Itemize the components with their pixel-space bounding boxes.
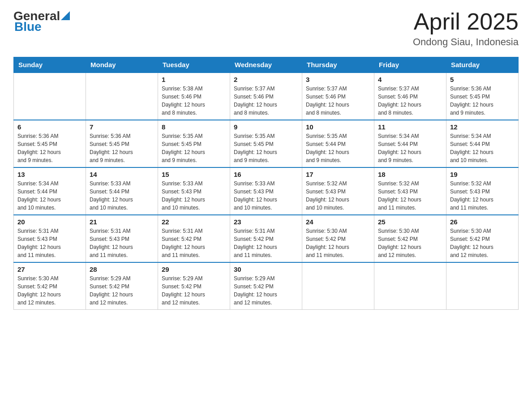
day-info: Sunrise: 5:33 AMSunset: 5:43 PMDaylight:… [234,180,298,212]
day-number: 10 [306,123,370,131]
day-number: 1 [162,76,226,83]
day-number: 9 [234,123,298,131]
month-title: April 2025 [413,9,519,34]
day-info: Sunrise: 5:31 AMSunset: 5:42 PMDaylight:… [234,227,298,259]
svg-marker-0 [61,11,70,20]
week-row-1: 1Sunrise: 5:38 AMSunset: 5:46 PMDaylight… [14,73,519,120]
day-info: Sunrise: 5:35 AMSunset: 5:44 PMDaylight:… [306,132,370,164]
col-header-sunday: Sunday [14,57,86,73]
day-info: Sunrise: 5:34 AMSunset: 5:44 PMDaylight:… [378,132,442,164]
day-number: 23 [234,218,298,226]
calendar-cell: 27Sunrise: 5:30 AMSunset: 5:42 PMDayligh… [14,262,86,310]
calendar-cell: 25Sunrise: 5:30 AMSunset: 5:42 PMDayligh… [374,215,446,262]
day-number: 11 [378,123,442,131]
calendar-cell: 14Sunrise: 5:33 AMSunset: 5:44 PMDayligh… [86,167,158,215]
page-header: General Blue April 2025 Ondong Siau, Ind… [13,9,519,48]
day-info: Sunrise: 5:36 AMSunset: 5:45 PMDaylight:… [450,85,515,117]
day-info: Sunrise: 5:30 AMSunset: 5:42 PMDaylight:… [378,227,442,259]
day-number: 19 [450,171,515,178]
day-number: 28 [90,265,154,273]
calendar-cell: 22Sunrise: 5:31 AMSunset: 5:42 PMDayligh… [158,215,230,262]
calendar-cell: 7Sunrise: 5:36 AMSunset: 5:45 PMDaylight… [86,120,158,167]
calendar-cell: 2Sunrise: 5:37 AMSunset: 5:46 PMDaylight… [230,73,302,120]
day-number: 12 [450,123,515,131]
col-header-friday: Friday [374,57,446,73]
title-area: April 2025 Ondong Siau, Indonesia [413,9,519,48]
calendar-cell: 3Sunrise: 5:37 AMSunset: 5:46 PMDaylight… [302,73,374,120]
day-info: Sunrise: 5:37 AMSunset: 5:46 PMDaylight:… [306,85,370,117]
location-subtitle: Ondong Siau, Indonesia [413,36,519,48]
day-number: 22 [162,218,226,226]
calendar-cell: 5Sunrise: 5:36 AMSunset: 5:45 PMDaylight… [446,73,519,120]
day-info: Sunrise: 5:37 AMSunset: 5:46 PMDaylight:… [234,85,298,117]
day-number: 5 [450,76,515,83]
calendar-cell: 1Sunrise: 5:38 AMSunset: 5:46 PMDaylight… [158,73,230,120]
day-info: Sunrise: 5:30 AMSunset: 5:42 PMDaylight:… [17,274,82,307]
day-number: 14 [90,171,154,178]
week-row-5: 27Sunrise: 5:30 AMSunset: 5:42 PMDayligh… [14,262,519,310]
day-number: 27 [17,265,82,273]
day-number: 26 [450,218,515,226]
day-info: Sunrise: 5:30 AMSunset: 5:42 PMDaylight:… [306,227,370,259]
calendar-cell: 13Sunrise: 5:34 AMSunset: 5:44 PMDayligh… [14,167,86,215]
day-number: 13 [17,171,82,178]
day-number: 15 [162,171,226,178]
calendar-cell: 12Sunrise: 5:34 AMSunset: 5:44 PMDayligh… [446,120,519,167]
col-header-saturday: Saturday [446,57,519,73]
week-row-2: 6Sunrise: 5:36 AMSunset: 5:45 PMDaylight… [14,120,519,167]
calendar-cell: 6Sunrise: 5:36 AMSunset: 5:45 PMDaylight… [14,120,86,167]
calendar-cell: 23Sunrise: 5:31 AMSunset: 5:42 PMDayligh… [230,215,302,262]
day-number: 24 [306,218,370,226]
day-info: Sunrise: 5:31 AMSunset: 5:43 PMDaylight:… [17,227,82,259]
day-info: Sunrise: 5:31 AMSunset: 5:42 PMDaylight:… [162,227,226,259]
day-info: Sunrise: 5:31 AMSunset: 5:43 PMDaylight:… [90,227,154,259]
calendar-header-row: Sunday Monday Tuesday Wednesday Thursday… [14,57,519,73]
day-info: Sunrise: 5:33 AMSunset: 5:43 PMDaylight:… [162,180,226,212]
day-info: Sunrise: 5:32 AMSunset: 5:43 PMDaylight:… [378,180,442,212]
day-number: 25 [378,218,442,226]
day-number: 6 [17,123,82,131]
calendar-cell [374,262,446,310]
calendar-cell [446,262,519,310]
calendar-cell: 17Sunrise: 5:32 AMSunset: 5:43 PMDayligh… [302,167,374,215]
day-info: Sunrise: 5:35 AMSunset: 5:45 PMDaylight:… [162,132,226,164]
day-number: 4 [378,76,442,83]
day-number: 7 [90,123,154,131]
day-info: Sunrise: 5:35 AMSunset: 5:45 PMDaylight:… [234,132,298,164]
calendar-cell: 18Sunrise: 5:32 AMSunset: 5:43 PMDayligh… [374,167,446,215]
day-info: Sunrise: 5:37 AMSunset: 5:46 PMDaylight:… [378,85,442,117]
col-header-monday: Monday [86,57,158,73]
logo: General Blue [13,9,70,34]
day-number: 17 [306,171,370,178]
col-header-thursday: Thursday [302,57,374,73]
day-number: 18 [378,171,442,178]
calendar-cell: 29Sunrise: 5:29 AMSunset: 5:42 PMDayligh… [158,262,230,310]
calendar-cell: 8Sunrise: 5:35 AMSunset: 5:45 PMDaylight… [158,120,230,167]
calendar-cell [14,73,86,120]
calendar-cell [86,73,158,120]
day-number: 3 [306,76,370,83]
day-info: Sunrise: 5:34 AMSunset: 5:44 PMDaylight:… [17,180,82,212]
day-number: 20 [17,218,82,226]
calendar-cell: 10Sunrise: 5:35 AMSunset: 5:44 PMDayligh… [302,120,374,167]
logo-triangle-icon [61,11,70,20]
calendar-cell: 4Sunrise: 5:37 AMSunset: 5:46 PMDaylight… [374,73,446,120]
calendar-cell: 16Sunrise: 5:33 AMSunset: 5:43 PMDayligh… [230,167,302,215]
day-number: 21 [90,218,154,226]
col-header-tuesday: Tuesday [158,57,230,73]
day-info: Sunrise: 5:34 AMSunset: 5:44 PMDaylight:… [450,132,515,164]
day-number: 2 [234,76,298,83]
day-number: 16 [234,171,298,178]
day-info: Sunrise: 5:36 AMSunset: 5:45 PMDaylight:… [90,132,154,164]
day-number: 30 [234,265,298,273]
day-number: 29 [162,265,226,273]
day-info: Sunrise: 5:32 AMSunset: 5:43 PMDaylight:… [450,180,515,212]
day-info: Sunrise: 5:36 AMSunset: 5:45 PMDaylight:… [17,132,82,164]
week-row-4: 20Sunrise: 5:31 AMSunset: 5:43 PMDayligh… [14,215,519,262]
calendar-cell: 11Sunrise: 5:34 AMSunset: 5:44 PMDayligh… [374,120,446,167]
calendar-cell [302,262,374,310]
logo-blue-text: Blue [14,20,42,34]
col-header-wednesday: Wednesday [230,57,302,73]
day-number: 8 [162,123,226,131]
calendar-cell: 15Sunrise: 5:33 AMSunset: 5:43 PMDayligh… [158,167,230,215]
